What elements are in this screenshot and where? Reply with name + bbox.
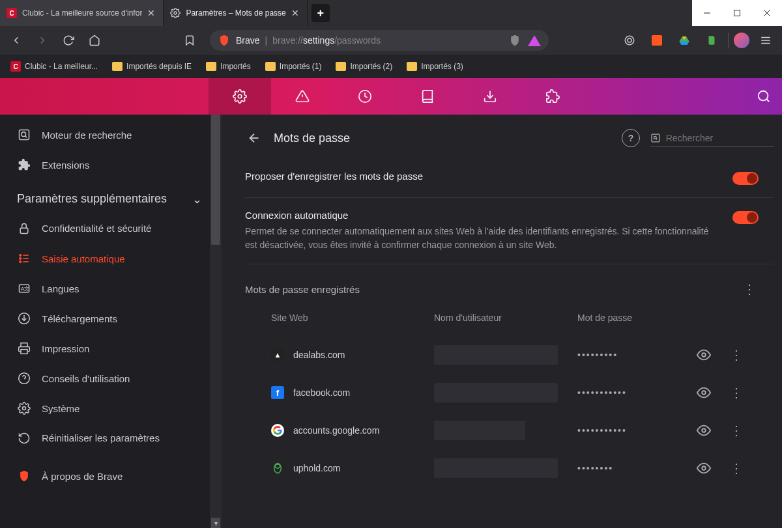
search-passwords-field[interactable] [650, 130, 774, 147]
svg-point-26 [20, 258, 22, 260]
bookmark-folder-importes-1[interactable]: Importés (1) [260, 59, 327, 74]
tab-title: Paramètres – Mots de passe [186, 8, 285, 18]
svg-point-5 [625, 36, 634, 45]
password-dots: ••••••••• [577, 350, 688, 360]
bookmark-folder-importes-3[interactable]: Importés (3) [401, 59, 469, 74]
sidebar-item-system[interactable]: Système [4, 393, 210, 423]
subnav-settings[interactable] [209, 78, 271, 115]
close-tab-icon[interactable]: ✕ [290, 8, 300, 18]
svg-rect-2 [734, 10, 740, 16]
svg-rect-20 [20, 130, 29, 140]
subnav-bookmarks[interactable] [396, 78, 459, 115]
settings-sidebar: Moteur de recherche Extensions Paramètre… [0, 115, 210, 528]
svg-line-41 [656, 138, 658, 139]
show-password-button[interactable] [695, 421, 713, 440]
show-password-button[interactable] [695, 346, 713, 364]
password-row[interactable]: accounts.google.com ••••••••••• ⋮ [271, 412, 774, 449]
bookmark-folder-importes[interactable]: Importés [201, 59, 256, 74]
show-password-button[interactable] [695, 384, 713, 402]
subnav-search[interactable] [746, 89, 782, 104]
facebook-favicon: f [271, 386, 284, 399]
svg-point-0 [174, 12, 177, 14]
svg-line-19 [766, 99, 769, 102]
page-title: Mots de passe [274, 132, 611, 145]
tab-title: Clubic - La meilleure source d'infor [22, 8, 142, 18]
bookmark-clubic[interactable]: CClubic - La meilleur... [5, 59, 103, 74]
sidebar-item-about[interactable]: À propos de Brave [4, 453, 210, 491]
offer-save-toggle[interactable] [732, 172, 759, 185]
sidebar-scrollbar[interactable]: ▾ [210, 115, 222, 528]
brave-shield-icon[interactable] [508, 34, 521, 47]
rewards-icon[interactable] [528, 35, 541, 46]
sidebar-section-advanced[interactable]: Paramètres supplémentaires ⌃ [4, 180, 210, 214]
password-row[interactable]: ffacebook.com ••••••••••• ⋮ [271, 374, 774, 412]
search-input[interactable] [666, 133, 774, 143]
address-bar[interactable]: Brave | brave://settings/passwords [210, 30, 549, 51]
close-window-button[interactable] [752, 0, 782, 26]
brave-label: Brave [236, 35, 260, 46]
svg-point-28 [20, 261, 22, 263]
ext-icon-2[interactable] [646, 29, 668, 51]
row-more-button[interactable]: ⋮ [727, 421, 746, 440]
ext-icon-drive[interactable] [673, 29, 695, 51]
sidebar-item-reset[interactable]: Réinitialiser les paramètres [4, 423, 210, 453]
bookmark-folder-ie[interactable]: Importés depuis IE [107, 59, 197, 74]
gear-icon [17, 401, 31, 415]
tab-clubic[interactable]: C Clubic - La meilleure source d'infor ✕ [0, 0, 164, 26]
search-box-icon [17, 128, 31, 142]
profile-avatar[interactable] [734, 33, 749, 48]
ext-icon-evernote[interactable] [701, 29, 723, 51]
subnav-downloads[interactable] [459, 78, 521, 115]
minimize-button[interactable] [692, 0, 722, 26]
tab-settings[interactable]: Paramètres – Mots de passe ✕ [164, 0, 307, 26]
ext-icon-1[interactable] [618, 29, 641, 51]
bookmark-button[interactable] [179, 29, 201, 51]
scroll-down-icon[interactable]: ▾ [211, 518, 220, 528]
password-row[interactable]: uphold.com •••••••• ⋮ [271, 449, 774, 487]
bookmark-folder-importes-2[interactable]: Importés (2) [330, 59, 398, 74]
close-tab-icon[interactable]: ✕ [146, 8, 156, 18]
col-user: Nom d'utilisateur [434, 313, 571, 323]
password-row[interactable]: ▲dealabs.com ••••••••• ⋮ [271, 336, 774, 374]
back-arrow-button[interactable] [245, 129, 263, 147]
svg-point-44 [702, 428, 706, 432]
sidebar-item-privacy[interactable]: Confidentialité et sécurité [4, 214, 210, 244]
reset-icon [17, 431, 31, 445]
download-icon [17, 311, 31, 326]
auto-signin-toggle[interactable] [732, 211, 759, 224]
chevron-up-icon: ⌃ [192, 191, 202, 206]
settings-subnav [0, 78, 782, 115]
sidebar-item-extensions[interactable]: Extensions [4, 150, 210, 180]
forward-button[interactable] [31, 29, 53, 51]
sidebar-item-usage-tips[interactable]: Conseils d'utilisation [4, 363, 210, 393]
maximize-button[interactable] [722, 0, 752, 26]
show-password-button[interactable] [695, 459, 713, 477]
subnav-warning[interactable] [271, 78, 334, 115]
sidebar-item-languages[interactable]: A文 Langues [4, 273, 210, 303]
print-icon [17, 341, 31, 356]
home-button[interactable] [83, 29, 106, 51]
saved-passwords-more-button[interactable]: ⋮ [740, 280, 759, 298]
sidebar-item-downloads[interactable]: Téléchargements [4, 303, 210, 333]
menu-button[interactable] [755, 29, 777, 51]
reload-button[interactable] [57, 29, 80, 51]
svg-point-43 [702, 391, 706, 395]
help-icon [17, 371, 31, 385]
row-more-button[interactable]: ⋮ [727, 384, 746, 402]
svg-rect-23 [20, 228, 28, 233]
sidebar-item-printing[interactable]: Impression [4, 333, 210, 363]
new-tab-button[interactable]: + [311, 4, 330, 22]
sidebar-item-search-engine[interactable]: Moteur de recherche [4, 120, 210, 150]
sidebar-item-autofill[interactable]: Saisie automatique [4, 244, 210, 273]
help-button[interactable]: ? [622, 129, 640, 147]
row-more-button[interactable]: ⋮ [727, 346, 746, 364]
subnav-extensions[interactable] [521, 78, 584, 115]
password-dots: •••••••• [577, 463, 688, 473]
scrollbar-thumb[interactable] [211, 115, 220, 245]
back-button[interactable] [5, 29, 27, 51]
row-more-button[interactable]: ⋮ [727, 459, 746, 477]
subnav-history[interactable] [334, 78, 396, 115]
svg-point-6 [628, 38, 631, 42]
auto-signin-desc: Permet de se connecter automatiquement a… [245, 225, 719, 252]
folder-icon [336, 62, 346, 71]
